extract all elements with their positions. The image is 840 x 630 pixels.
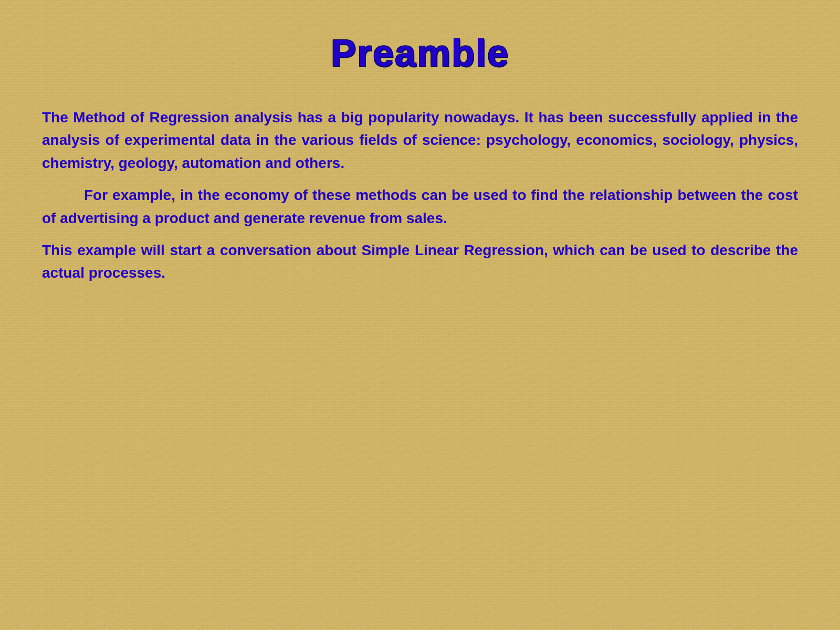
paragraph-1: The Method of Regression analysis has a … (42, 106, 798, 174)
page-background: Preamble The Method of Regression analys… (0, 0, 840, 630)
paragraph-3: This example will start a conversation a… (42, 239, 798, 285)
page-title: Preamble (42, 21, 798, 75)
page-content: Preamble The Method of Regression analys… (0, 0, 840, 306)
paragraph-2: For example, in the economy of these met… (42, 184, 798, 229)
